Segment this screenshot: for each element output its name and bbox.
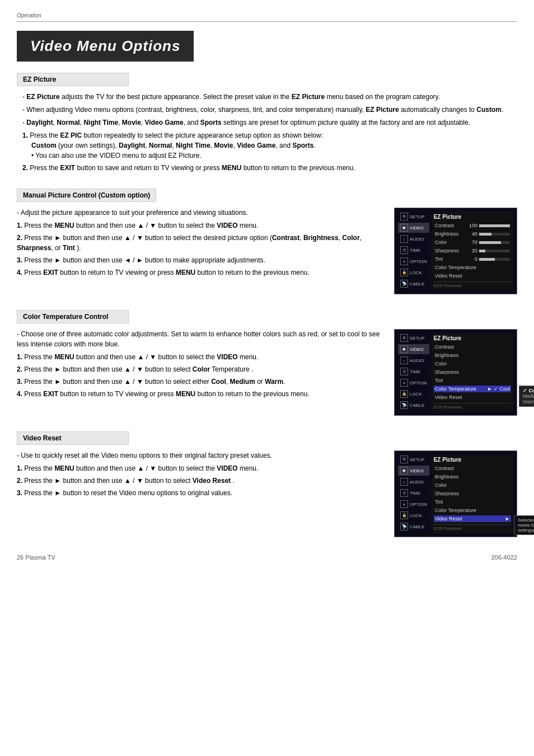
steps-list-manual-picture: 1. Press the MENU button and then use ▲ …: [17, 220, 383, 278]
nav-icon-lock: 🔒: [400, 511, 408, 519]
menu-content: EZ Picture Contrast Brightness Color Sha…: [432, 454, 513, 533]
nav-item-cable: 📡 CABLE: [398, 279, 429, 289]
step-item: 1. Press the MENU button and then use ▲ …: [17, 352, 383, 362]
bullet-item: Daylight, Normal, Night Time, Movie, Vid…: [22, 118, 512, 128]
bullet-list-manual-picture: Adjust the picture appearance to suit yo…: [17, 208, 383, 218]
nav-icon-setup: ⚙: [400, 334, 408, 342]
page-header: Operation: [17, 11, 517, 22]
menu-nav: ⚙ SETUP ▶ VIDEO ♪ AUDIO ⏱ TIME ≡ OPTION …: [398, 454, 429, 533]
nav-icon-audio: ♪: [400, 356, 408, 364]
step-item: 3. Press the ► button and then use ◄ / ►…: [17, 255, 383, 265]
step-item: 2. Press the ► button and then use ▲ / ▼…: [17, 233, 383, 253]
menu-footnote: EZD Previews: [434, 281, 511, 288]
steps-list-color-temp: 1. Press the MENU button and then use ▲ …: [17, 352, 383, 399]
nav-icon-audio: ♪: [400, 235, 408, 243]
nav-icon-cable: 📡: [400, 280, 408, 288]
section-text-manual-picture: Adjust the picture appearance to suit yo…: [17, 208, 383, 280]
bullet-item: When adjusting Video menu options (contr…: [22, 105, 512, 115]
footer-left: 26 Plasma TV: [17, 554, 55, 561]
section-manual-picture: Manual Picture Control (Custom option)Ad…: [17, 189, 517, 294]
menu-screenshot: ⚙ SETUP ▶ VIDEO ♪ AUDIO ⏱ TIME ≡ OPTION …: [394, 329, 517, 416]
step-item: 4. Press EXIT button to return to TV vie…: [17, 389, 383, 399]
menu-screenshot: ⚙ SETUP ▶ VIDEO ♪ AUDIO ⏱ TIME ≡ OPTION …: [394, 450, 517, 537]
section-image-video-reset: ⚙ SETUP ▶ VIDEO ♪ AUDIO ⏱ TIME ≡ OPTION …: [394, 450, 517, 537]
menu-footnote: EZD Previews: [434, 524, 511, 531]
nav-icon-cable: 📡: [400, 523, 408, 530]
nav-item-time: ⏱ TIME: [398, 245, 429, 255]
nav-icon-time: ⏱: [400, 246, 408, 254]
menu-content-title: EZ Picture: [434, 335, 511, 341]
nav-item-option: ≡ OPTION: [398, 499, 429, 509]
nav-icon-setup: ⚙: [400, 456, 408, 463]
nav-item-setup: ⚙ SETUP: [398, 212, 429, 222]
page-title-box: Video Menu Options: [17, 31, 517, 73]
section-heading-manual-picture: Manual Picture Control (Custom option): [17, 189, 156, 202]
section-video-reset: Video ResetUse to quickly reset all the …: [17, 431, 517, 537]
section-text-video-reset: Use to quickly reset all the Video menu …: [17, 450, 383, 500]
section-heading-video-reset: Video Reset: [17, 431, 129, 445]
bullet-item: EZ Picture adjusts the TV for the best p…: [22, 92, 512, 102]
bullet-list-color-temp: Choose one of three automatic color adju…: [17, 329, 383, 349]
nav-item-audio: ♪ AUDIO: [398, 355, 429, 365]
menu-content-title: EZ Picture: [434, 214, 511, 220]
nav-item-time: ⏱ TIME: [398, 488, 429, 498]
nav-icon-time: ⏱: [400, 489, 408, 497]
nav-item-option: ≡ OPTION: [398, 378, 429, 388]
section-image-color-temp: ⚙ SETUP ▶ VIDEO ♪ AUDIO ⏱ TIME ≡ OPTION …: [394, 329, 517, 416]
nav-icon-option: ≡: [400, 257, 408, 265]
section-heading-color-temp: Color Temperature Control: [17, 310, 129, 323]
nav-item-video: ▶ VIDEO: [398, 466, 429, 476]
sections-container: EZ PictureEZ Picture adjusts the TV for …: [17, 73, 517, 537]
menu-content-title: EZ Picture: [434, 457, 511, 463]
section-content-ez-picture: EZ Picture adjusts the TV for the best p…: [17, 92, 517, 173]
nav-icon-option: ≡: [400, 379, 408, 387]
step-item: 1. Press the EZ PIC button repeatedly to…: [22, 130, 512, 161]
nav-item-video: ▶ VIDEO: [398, 223, 429, 233]
menu-content: EZ Picture Contrast Brightness Color Sha…: [432, 333, 513, 412]
nav-item-cable: 📡 CABLE: [398, 522, 429, 532]
steps-list-ez-picture: 1. Press the EZ PIC button repeatedly to…: [22, 130, 512, 173]
bullet-list-video-reset: Use to quickly reset all the Video menu …: [17, 450, 383, 461]
step-item: 3. Press the ► button and then use ▲ / ▼…: [17, 377, 383, 387]
menu-screenshot: ⚙ SETUP ▶ VIDEO ♪ AUDIO ⏱ TIME ≡ OPTION …: [394, 208, 517, 294]
step-item: 4. Press EXIT button to return to TV vie…: [17, 267, 383, 278]
nav-item-time: ⏱ TIME: [398, 367, 429, 377]
step-item: 1. Press the MENU button and then use ▲ …: [17, 220, 383, 231]
nav-icon-option: ≡: [400, 500, 408, 508]
nav-item-cable: 📡 CABLE: [398, 400, 429, 410]
section-body-color-temp: Choose one of three automatic color adju…: [17, 329, 517, 416]
section-body-video-reset: Use to quickly reset all the Video menu …: [17, 450, 517, 537]
bullet-list-ez-picture: EZ Picture adjusts the TV for the best p…: [22, 92, 512, 128]
step-item: 2. Press the EXIT button to save and ret…: [22, 163, 512, 173]
nav-item-option: ≡ OPTION: [398, 256, 429, 266]
section-image-manual-picture: ⚙ SETUP ▶ VIDEO ♪ AUDIO ⏱ TIME ≡ OPTION …: [394, 208, 517, 294]
section-text-color-temp: Choose one of three automatic color adju…: [17, 329, 383, 401]
nav-icon-video: ▶: [400, 224, 408, 232]
nav-item-video: ▶ VIDEO: [398, 344, 429, 354]
nav-item-audio: ♪ AUDIO: [398, 234, 429, 244]
bullet-item: Use to quickly reset all the Video menu …: [17, 450, 383, 461]
step-sub1: Custom (your own settings), Daylight, No…: [22, 140, 512, 151]
menu-nav: ⚙ SETUP ▶ VIDEO ♪ AUDIO ⏱ TIME ≡ OPTION …: [398, 212, 429, 290]
step-item: 3. Press the ► button to reset the Video…: [17, 488, 383, 498]
nav-icon-lock: 🔒: [400, 269, 408, 276]
nav-item-lock: 🔒 LOCK: [398, 389, 429, 399]
step-item: 2. Press the ► button and then use ▲ / ▼…: [17, 364, 383, 374]
section-heading-ez-picture: EZ Picture: [17, 73, 129, 86]
page-title: Video Menu Options: [17, 31, 194, 62]
nav-icon-setup: ⚙: [400, 213, 408, 220]
section-color-temp: Color Temperature ControlChoose one of t…: [17, 310, 517, 416]
menu-content: EZ Picture Contrast 100 Brightness 40 Co…: [432, 212, 513, 290]
nav-item-setup: ⚙ SETUP: [398, 454, 429, 464]
step-sub2: • You can also use the VIDEO menu to adj…: [22, 151, 512, 161]
menu-nav: ⚙ SETUP ▶ VIDEO ♪ AUDIO ⏱ TIME ≡ OPTION …: [398, 333, 429, 412]
nav-item-audio: ♪ AUDIO: [398, 477, 429, 487]
nav-icon-video: ▶: [400, 467, 408, 475]
bullet-item: Adjust the picture appearance to suit yo…: [17, 208, 383, 218]
bullet-item: Choose one of three automatic color adju…: [17, 329, 383, 349]
nav-item-setup: ⚙ SETUP: [398, 333, 429, 343]
step-item: 1. Press the MENU button and then use ▲ …: [17, 463, 383, 473]
nav-item-lock: 🔒 LOCK: [398, 510, 429, 520]
nav-item-lock: 🔒 LOCK: [398, 267, 429, 278]
nav-icon-lock: 🔒: [400, 390, 408, 398]
